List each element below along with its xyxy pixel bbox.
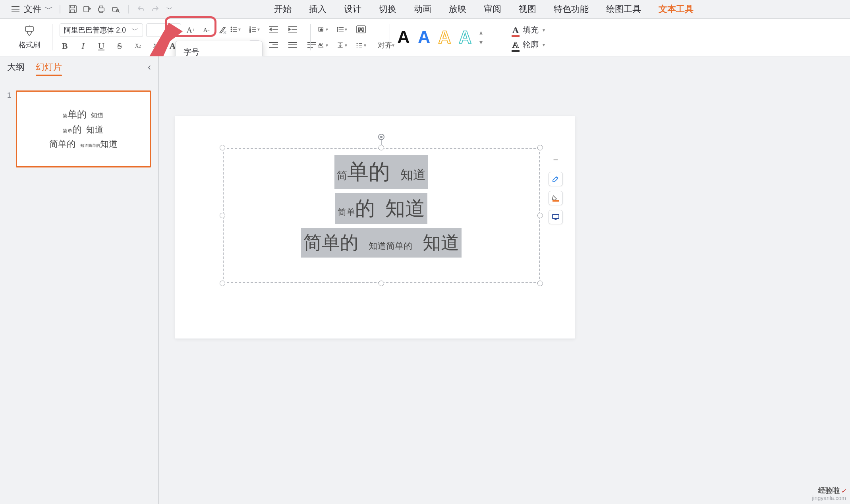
slide-number: 1 [7,91,12,100]
font-name-value: 阿里巴巴普惠体 2.0 [64,25,128,35]
chevron-down-icon: ﹀ [171,26,178,35]
redo-icon[interactable] [149,3,161,15]
vertical-align-button[interactable]: ▾ [337,40,347,50]
tab-stops-button[interactable]: ▾ [356,40,366,50]
menu-bar: 文件 ﹀ ﹀ 开始 插入 设计 切换 动画 放映 审 [0,0,850,18]
strikethrough-button[interactable]: S [114,41,125,51]
bullet-list-button[interactable]: ▾ [230,24,241,35]
svg-text:[A]: [A] [358,27,363,32]
collapse-panel-icon[interactable]: ‹ [148,62,151,73]
wordart-preset-3[interactable]: A [439,27,451,47]
svg-rect-17 [552,200,559,202]
svg-point-4 [116,10,119,12]
ribbon-tabs: 开始 插入 设计 切换 动画 放映 审阅 视图 特色功能 绘图工具 文本工具 [274,3,694,15]
file-menu-label: 文件 [24,3,41,15]
app-menu-icon[interactable] [10,3,21,15]
text-box[interactable]: 简单的 知道 简单的 知道 简单的 知道简单的 知道 − [223,148,540,283]
text-outline-button[interactable]: A 轮廓 ▾ [512,39,545,50]
floating-tool-panel: − [549,153,563,224]
slide-thumbnail-content: 简单的 知道 简单的 知道 简单的 知道简单的知道 [49,108,118,150]
rotate-handle[interactable] [378,134,384,140]
text-content[interactable]: 简单的 知道 简单的 知道 简单的 知道简单的 知道 [223,148,540,283]
tab-design[interactable]: 设计 [344,3,361,15]
tab-slideshow[interactable]: 放映 [449,3,466,15]
svg-text:3: 3 [249,31,251,33]
format-painter-label: 格式刷 [19,40,40,50]
subscript-button[interactable]: X2 [151,41,161,51]
decrease-indent-button[interactable] [269,24,279,35]
text-direction-button[interactable]: ab ▾ [318,24,328,35]
print-preview-icon[interactable] [110,3,122,15]
text-fill-button[interactable]: A 填充 ▾ [512,25,545,35]
superscript-button[interactable]: X2 [133,41,143,51]
text-line-3[interactable]: 简单的 知道简单的 知道 [301,228,462,258]
wordart-scroll-icon[interactable]: ▴ [479,29,483,36]
tab-review[interactable]: 审阅 [484,3,501,15]
undo-icon[interactable] [135,3,147,15]
tab-animation[interactable]: 动画 [414,3,431,15]
workzone: 大纲 幻灯片 ‹ 1 简单的 知道 简单的 知道 简单的 知道简单的知道 [0,56,850,504]
format-painter-button[interactable]: 格式刷 [14,25,45,50]
quick-access-left: 文件 ﹀ ﹀ [10,3,176,15]
zoom-out-icon[interactable]: − [549,153,563,167]
tab-home[interactable]: 开始 [274,3,292,15]
columns-button[interactable]: [A] [356,24,366,35]
font-name-selector[interactable]: 阿里巴巴普惠体 2.0 ﹀ [60,23,143,37]
slide-canvas[interactable]: 简单的 知道 简单的 知道 简单的 知道简单的 知道 − [159,56,850,504]
chevron-down-icon: ﹀ [166,5,173,13]
group-wordart: A A A A ▴ ▾ [390,21,505,54]
italic-button[interactable]: I [78,41,88,51]
export-icon[interactable] [81,3,93,15]
text-outline-label: 轮廓 [523,39,539,50]
more-quick-icon[interactable]: ﹀ [164,3,176,15]
text-line-2[interactable]: 简单的 知道 [335,193,427,224]
svg-point-6 [231,27,232,28]
svg-text:AV: AV [319,43,323,46]
highlight-quick-icon[interactable] [549,191,563,205]
tab-insert[interactable]: 插入 [309,3,326,15]
font-size-selector[interactable]: ﹀ [146,23,181,37]
slide-thumb-row: 1 简单的 知道 简单的 知道 简单的 知道简单的知道 [7,90,151,167]
print-icon[interactable] [95,3,107,15]
number-list-button[interactable]: 123 ▾ [249,24,260,35]
watermark: 经验啦 ✓ jingyanla.com [812,487,846,502]
align-justify-button[interactable] [288,40,298,50]
group-fill-outline: A 填充 ▾ A 轮廓 ▾ [505,21,552,54]
tab-view[interactable]: 视图 [519,3,536,15]
group-text-layout: ab ▾ ▾ [A] AV ▾ ▾ [311,21,390,54]
wordart-preset-1[interactable]: A [397,27,410,47]
tab-text-tools[interactable]: 文本工具 [659,3,694,15]
tab-drawing-tools[interactable]: 绘图工具 [606,3,641,15]
svg-rect-18 [552,214,559,219]
tab-transition[interactable]: 切换 [379,3,396,15]
slide[interactable]: 简单的 知道 简单的 知道 简单的 知道简单的 知道 − [175,116,575,339]
wordart-preset-2[interactable]: A [418,27,431,47]
slide-thumbnail-1[interactable]: 简单的 知道 简单的 知道 简单的 知道简单的知道 [16,90,151,167]
slides-tab[interactable]: 幻灯片 [36,61,62,73]
increase-indent-button[interactable] [288,24,298,35]
svg-text:ab: ab [320,28,323,31]
file-menu[interactable]: 文件 ﹀ [24,3,53,15]
text-line-1[interactable]: 简单的 知道 [334,155,428,189]
outline-tab[interactable]: 大纲 [7,61,25,73]
align-right-button[interactable] [269,40,279,50]
wordart-more-icon[interactable]: ▾ [479,38,483,46]
svg-rect-2 [99,8,104,11]
group-format-painter: 格式刷 [6,21,52,54]
underline-button[interactable]: U [96,41,106,51]
format-brush-quick-icon[interactable] [549,172,563,186]
text-fill-label: 填充 [523,25,539,35]
monitor-quick-icon[interactable] [549,210,563,224]
slide-panel: 大纲 幻灯片 ‹ 1 简单的 知道 简单的 知道 简单的 知道简单的知道 [0,56,158,504]
line-spacing-button[interactable]: ▾ [337,24,347,35]
svg-rect-1 [84,6,89,12]
bold-button[interactable]: B [60,41,70,51]
save-icon[interactable] [67,3,79,15]
chevron-down-icon: ﹀ [131,25,139,35]
wordart-preset-4[interactable]: A [459,27,471,47]
svg-point-8 [231,31,232,32]
shrink-font-button[interactable]: A− [200,24,213,37]
tab-special[interactable]: 特色功能 [554,3,589,15]
char-spacing-button[interactable]: AV ▾ [318,40,328,50]
grow-font-button[interactable]: A+ [184,24,197,37]
